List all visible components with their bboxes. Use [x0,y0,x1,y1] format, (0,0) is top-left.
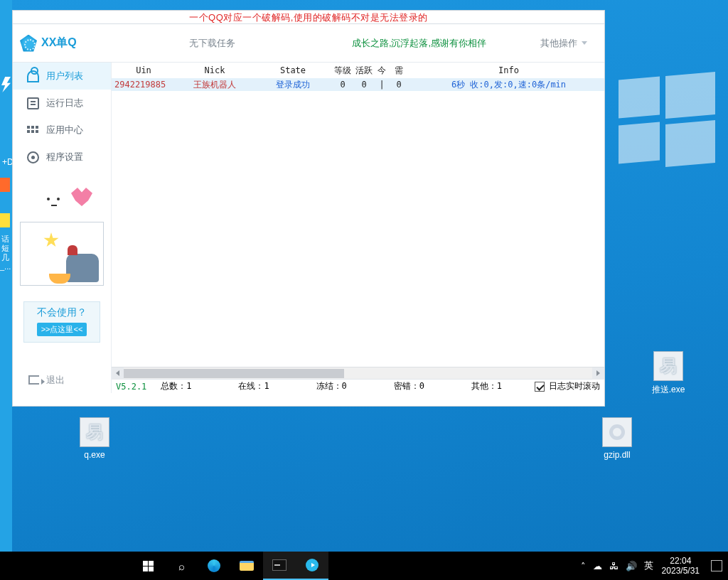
help-question: 不会使用？ [24,306,100,319]
sidebar: 用户列表 运行日志 应用中心 程序设置 不会使用？ > [13,63,112,393]
table-header: Uin Nick State 等级 活跃 今 需 Info [112,63,604,78]
tray-volume-icon[interactable]: 🔊 [626,561,637,571]
cell-uin: 2942219885 [112,78,176,91]
other-ops-label: 其他操作 [540,37,577,50]
th-today[interactable]: 今 [375,63,389,78]
notifications-button[interactable] [711,560,722,571]
th-info[interactable]: Info [409,63,604,78]
app-window: 一个QQ对应一个破解码,使用的破解码不对是无法登录的 XX单Q 无下载任务 成长… [12,10,605,407]
version-label: V5.2.1 [116,382,146,392]
table-row[interactable]: 2942219885 王族机器人 登录成功 0 0 | 0 6秒 收:0,发:0… [112,78,604,91]
desktop-icon-gzip-dll[interactable]: gzip.dll [596,417,638,460]
th-nick[interactable]: Nick [176,63,254,78]
dock-chip-2[interactable] [0,213,10,227]
help-box[interactable]: 不会使用？ >>点这里<< [23,301,100,343]
title-mid-left: 无下载任务 [109,37,316,50]
status-total: 总数：1 [146,380,224,392]
dock-bottom-label: 话短 几_... [0,235,11,272]
exit-label: 退出 [46,374,65,387]
desktop-icon-label: 推送.exe [647,384,690,396]
chevron-down-icon [582,41,587,45]
th-active[interactable]: 活跃 [353,63,375,78]
status-frozen: 冻结：0 [302,380,380,392]
taskbar-player[interactable] [296,552,328,580]
brand-text: XX单Q [41,36,77,50]
cell-level: 0 [332,78,353,91]
desktop-icon-push-exe[interactable]: 易 推送.exe [647,351,690,396]
sidebar-item-user-list[interactable]: 用户列表 [13,63,111,90]
sidebar-item-label: 运行日志 [46,97,83,109]
app-logo-icon [20,35,37,52]
scroll-right-button[interactable] [592,367,604,380]
horizontal-scrollbar[interactable] [112,367,604,379]
sidebar-item-label: 程序设置 [46,151,83,163]
status-online: 在线：1 [224,380,301,392]
edge-icon [208,559,220,572]
sidebar-item-run-log[interactable]: 运行日志 [13,90,111,117]
sidebar-item-app-center[interactable]: 应用中心 [13,117,111,144]
mascot-box-icon [20,222,104,286]
tray-onedrive-icon[interactable]: ☁ [593,561,602,571]
taskbar-explorer[interactable] [230,552,263,580]
scroll-thumb[interactable] [124,369,344,378]
user-icon [27,70,39,82]
gear-icon [27,151,39,163]
yi-icon: 易 [660,355,677,377]
desktop: +D. 话短 几_... 易 q.exe 易 推送.exe gzip.dll 一… [0,0,728,580]
status-other: 其他：1 [457,380,535,392]
taskbar: ⌕ ˄ ☁ 🖧 🔊 英 22:04 2023/5/31 [0,552,728,580]
th-need[interactable]: 需 [389,63,409,78]
lightning-icon [1,77,11,92]
terminal-icon [272,559,287,571]
titlebar: XX单Q 无下载任务 成长之路,沉浮起落,感谢有你相伴 其他操作 [13,24,604,63]
title-mid-right: 成长之路,沉浮起落,感谢有你相伴 [316,37,523,50]
folder-icon [240,561,254,571]
cell-nick: 王族机器人 [176,78,254,91]
th-uin[interactable]: Uin [112,63,176,78]
system-tray[interactable]: ˄ ☁ 🖧 🔊 英 [578,559,656,572]
th-state[interactable]: State [254,63,332,78]
sidebar-item-label: 应用中心 [46,124,83,136]
exit-icon [28,375,39,385]
taskbar-terminal[interactable] [263,552,296,580]
play-icon [306,559,318,571]
mascot-heart-icon [38,183,80,216]
cell-active: 0 [353,78,375,91]
cell-state: 登录成功 [254,78,332,91]
desktop-icon-label: q.exe [73,450,116,460]
windows-logo [619,74,714,166]
scroll-track[interactable] [124,367,592,380]
taskbar-search-icon[interactable]: ⌕ [165,552,198,580]
yi-icon: 易 [86,421,103,444]
clock-time: 22:04 [662,556,700,566]
tray-ime[interactable]: 英 [644,559,653,572]
clock[interactable]: 22:04 2023/5/31 [656,556,705,576]
cell-info: 6秒 收:0,发:0,速:0条/min [409,78,604,91]
sidebar-item-label: 用户列表 [46,70,83,82]
cell-need: 0 [389,78,409,91]
help-button[interactable]: >>点这里<< [37,323,87,336]
realtime-scroll-checkbox[interactable] [535,382,545,392]
tray-chevron-icon[interactable]: ˄ [581,561,586,571]
dock-chip-1[interactable] [0,178,10,192]
main-panel: Uin Nick State 等级 活跃 今 需 Info 2942219885… [112,63,604,393]
scroll-left-button[interactable] [112,367,124,380]
desktop-icon-label: gzip.dll [596,450,638,460]
th-level[interactable]: 等级 [332,63,353,78]
tray-network-icon[interactable]: 🖧 [609,561,619,571]
status-bar: V5.2.1 总数：1 在线：1 冻结：0 密错：0 其他：1 日志实时滚动 [112,379,604,393]
brand: XX单Q [13,35,109,52]
sidebar-item-settings[interactable]: 程序设置 [13,144,111,171]
start-button[interactable] [131,552,165,580]
other-ops-dropdown[interactable]: 其他操作 [523,37,604,50]
left-dock: +D. 话短 几_... [0,0,12,552]
taskbar-edge[interactable] [198,552,230,580]
warning-banner: 一个QQ对应一个破解码,使用的破解码不对是无法登录的 [13,11,604,24]
cell-today: | [375,78,389,91]
exit-button[interactable]: 退出 [13,367,112,393]
clock-date: 2023/5/31 [662,566,700,576]
realtime-scroll-label: 日志实时滚动 [549,380,600,392]
log-icon [27,97,39,109]
gear-icon [609,424,625,440]
desktop-icon-q-exe[interactable]: 易 q.exe [73,417,116,460]
